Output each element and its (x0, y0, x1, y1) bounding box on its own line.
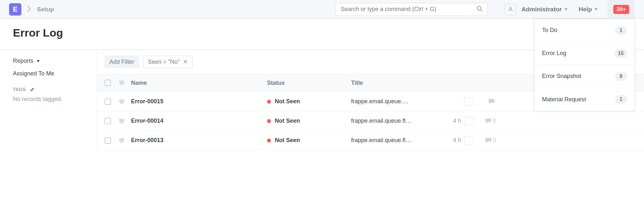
column-status[interactable]: Status (267, 80, 351, 86)
notif-item-label: To Do (542, 27, 557, 34)
notif-item-materialrequest[interactable]: Material Request 1 (534, 88, 635, 111)
tag-add-placeholder[interactable] (464, 136, 474, 145)
row-status: Not Seen (275, 118, 300, 124)
row-checkbox[interactable] (105, 137, 111, 144)
search-icon (476, 6, 483, 13)
column-title[interactable]: Title (351, 80, 439, 86)
sidebar-item-label: Assigned To Me (13, 70, 54, 77)
select-all-checkbox[interactable] (105, 80, 111, 86)
sidebar-no-tags: No records tagged. (13, 96, 83, 103)
row-title: frappe.email.queue.fl… (351, 118, 439, 124)
notif-item-label: Error Log (542, 50, 566, 57)
pencil-icon[interactable] (30, 87, 35, 92)
column-name[interactable]: Name (131, 80, 267, 86)
list-sidebar: Reports Assigned To Me TAGS No records t… (0, 50, 97, 150)
row-title: frappe.email.queue.fl… (351, 137, 439, 144)
comment-icon (485, 118, 492, 124)
row-status: Not Seen (275, 98, 300, 105)
global-search[interactable] (336, 3, 488, 16)
notif-item-errorsnapshot[interactable]: Error Snapshot 9 (534, 65, 635, 88)
row-checkbox[interactable] (105, 118, 111, 124)
notif-item-todo[interactable]: To Do 1 (534, 19, 635, 42)
row-checkbox[interactable] (105, 98, 111, 105)
row-comments[interactable] (477, 99, 496, 105)
comment-icon (485, 138, 492, 143)
breadcrumb[interactable]: Setup (37, 6, 54, 13)
caret-down-icon (564, 8, 568, 10)
add-filter-label: Add Filter (109, 59, 134, 65)
sidebar-reports[interactable]: Reports (13, 58, 83, 64)
caret-down-icon (37, 60, 40, 62)
sidebar-item-label: Reports (13, 58, 33, 64)
top-navbar: E Setup A Administrator Help 20+ To Do 1… (0, 0, 644, 19)
comment-count: 0 (493, 118, 496, 124)
sidebar-tags-header: TAGS (13, 87, 83, 92)
status-dot-icon (267, 119, 271, 123)
status-dot-icon (267, 139, 271, 142)
heart-icon[interactable] (118, 118, 125, 124)
notif-item-count: 1 (615, 26, 627, 35)
notif-item-count: 1 (615, 95, 627, 104)
row-title: frappe.email.queue.… (351, 98, 439, 105)
notif-item-label: Material Request (542, 96, 586, 103)
add-filter-button[interactable]: Add Filter (105, 56, 139, 68)
heart-icon[interactable] (118, 80, 125, 86)
help-label: Help (579, 6, 592, 13)
help-menu[interactable]: Help (579, 6, 598, 13)
close-icon[interactable]: ✕ (183, 58, 188, 65)
sidebar-assigned-to-me[interactable]: Assigned To Me (13, 70, 83, 77)
status-dot-icon (267, 100, 271, 104)
row-time: 4 h (439, 118, 461, 124)
user-avatar[interactable]: A (505, 4, 516, 15)
filter-tag-label: Seen = "No" (148, 59, 180, 65)
row-comments[interactable]: 0 (477, 118, 496, 124)
tag-add-placeholder[interactable] (464, 97, 474, 106)
notif-item-count: 9 (615, 72, 627, 81)
notif-item-errorlog[interactable]: Error Log 15 (534, 42, 635, 65)
row-comments[interactable]: 0 (477, 137, 496, 144)
row-name[interactable]: Error-00013 (131, 137, 267, 144)
notif-item-label: Error Snapshot (542, 73, 581, 80)
caret-down-icon (594, 8, 598, 10)
heart-icon[interactable] (118, 98, 125, 105)
list-row[interactable]: Error-00014 Not Seen frappe.email.queue.… (97, 111, 644, 131)
notifications-dropdown: To Do 1 Error Log 15 Error Snapshot 9 Ma… (534, 19, 635, 111)
tag-add-placeholder[interactable] (464, 117, 474, 125)
notification-badge: 20+ (613, 5, 629, 14)
notifications-toggle[interactable]: 20+ To Do 1 Error Log 15 Error Snapshot … (607, 0, 635, 19)
row-name[interactable]: Error-00015 (131, 98, 267, 105)
notif-item-count: 15 (615, 49, 627, 58)
comment-count: 0 (493, 137, 496, 144)
search-input[interactable] (340, 6, 476, 13)
filter-tag-seen[interactable]: Seen = "No" ✕ (143, 56, 193, 68)
user-name: Administrator (521, 6, 562, 13)
heart-icon[interactable] (118, 137, 125, 144)
row-name[interactable]: Error-00014 (131, 118, 267, 124)
brand-logo[interactable]: E (9, 3, 21, 16)
svg-point-0 (477, 6, 481, 10)
comment-icon (488, 99, 495, 105)
svg-line-1 (481, 10, 483, 11)
user-menu[interactable]: Administrator (521, 6, 568, 13)
list-row[interactable]: Error-00013 Not Seen frappe.email.queue.… (97, 131, 644, 150)
chevron-right-icon (27, 6, 31, 13)
row-time: 4 h (439, 137, 461, 144)
row-status: Not Seen (275, 137, 300, 144)
tags-label: TAGS (13, 87, 26, 92)
